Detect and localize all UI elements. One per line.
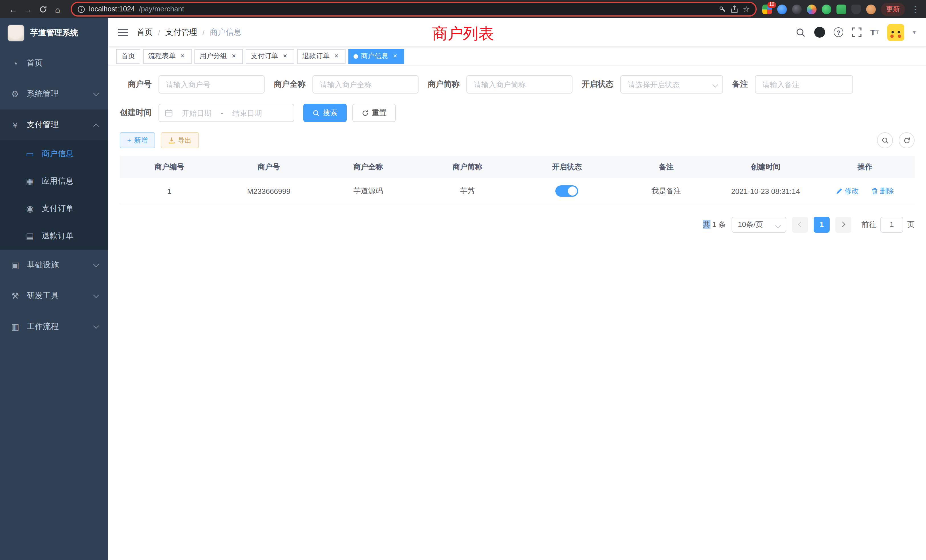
url-path: /pay/merchant [139, 5, 184, 13]
tab-home[interactable]: 首页 [117, 49, 140, 64]
tab-user-group[interactable]: 用户分组 × [194, 49, 243, 64]
extension-grid-icon[interactable] [763, 4, 772, 14]
sidebar-item-label: 应用信息 [42, 176, 98, 186]
user-avatar[interactable] [887, 24, 904, 41]
toolbox-icon: ⚒ [10, 291, 20, 301]
info-icon[interactable] [77, 5, 85, 13]
date-start-input[interactable] [175, 109, 218, 117]
col-short-name: 商户简称 [418, 156, 517, 178]
filter-status: 开启状态 [582, 75, 723, 94]
export-button-label: 导出 [178, 135, 192, 145]
sidebar-toggle-button[interactable] [108, 18, 137, 47]
export-button[interactable]: 导出 [161, 132, 199, 148]
sidebar-item-app-info[interactable]: ▦ 应用信息 [0, 168, 108, 195]
extension-pin-icon[interactable] [851, 4, 861, 14]
sidebar-item-merchant-info[interactable]: ▭ 商户信息 [0, 140, 108, 168]
total-count: 1 [712, 220, 716, 229]
remark-input[interactable] [755, 75, 853, 94]
date-end-input[interactable] [225, 109, 269, 117]
prev-page-button[interactable] [792, 216, 808, 232]
filter-create-time: 创建时间 - [120, 104, 294, 122]
filter-label: 创建时间 [120, 108, 159, 118]
bookmark-star-icon[interactable]: ☆ [743, 5, 750, 14]
chevron-down-icon [93, 262, 99, 267]
search-button[interactable]: 搜索 [303, 104, 346, 122]
status-toggle[interactable] [555, 186, 578, 197]
github-icon[interactable] [814, 27, 825, 38]
plus-icon: + [127, 136, 131, 144]
sidebar-item-refund-order[interactable]: ▤ 退款订单 [0, 222, 108, 250]
navbar-actions: ? TT ▾ [796, 24, 926, 41]
refresh-table-button[interactable] [899, 132, 915, 148]
tab-refund-order[interactable]: 退款订单 × [297, 49, 345, 64]
key-icon[interactable] [719, 5, 727, 13]
sidebar-item-label: 支付订单 [42, 204, 98, 214]
merchant-no-input[interactable] [159, 75, 265, 94]
fullscreen-icon[interactable] [852, 27, 862, 37]
page-1-button[interactable]: 1 [814, 216, 830, 232]
page-size-select[interactable]: 10条/页 [732, 216, 786, 232]
status-select[interactable] [620, 75, 723, 94]
extension-blue-icon[interactable] [777, 4, 787, 14]
extension-dark-icon[interactable] [792, 4, 802, 14]
reset-button[interactable]: 重置 [353, 104, 396, 122]
share-icon[interactable] [731, 5, 739, 13]
col-remark: 备注 [617, 156, 716, 178]
tab-close-icon[interactable]: × [179, 52, 186, 60]
extension-green-square-icon[interactable] [837, 4, 846, 14]
sidebar-item-system[interactable]: ⚙ 系统管理 [0, 79, 108, 109]
extension-green-circle-icon[interactable] [822, 4, 831, 14]
font-size-icon[interactable]: TT [870, 27, 879, 37]
status-select-input[interactable] [620, 75, 723, 94]
next-page-button[interactable] [835, 216, 851, 232]
toggle-search-button[interactable] [877, 132, 893, 148]
browser-menu-kebab-icon[interactable]: ⋮ [910, 5, 920, 14]
tab-close-icon[interactable]: × [391, 52, 399, 60]
sidebar-item-label: 支付管理 [27, 120, 94, 130]
short-name-input[interactable] [466, 75, 572, 94]
tab-label: 流程表单 [148, 51, 176, 61]
tab-close-icon[interactable]: × [333, 52, 340, 60]
yen-icon: ¥ [10, 120, 20, 130]
sidebar-item-label: 基础设施 [27, 260, 94, 270]
forward-button[interactable]: → [21, 2, 35, 17]
tab-merchant-info[interactable]: 商户信息 × [348, 49, 404, 64]
sidebar-logo[interactable]: 芋道管理系统 [0, 18, 108, 48]
col-status: 开启状态 [517, 156, 617, 178]
goto-page-input[interactable] [881, 216, 903, 232]
credit-card-icon: ▭ [25, 149, 35, 159]
tab-process-form[interactable]: 流程表单 × [143, 49, 192, 64]
reload-button[interactable] [35, 2, 50, 17]
browser-update-button[interactable]: 更新 [881, 3, 905, 16]
breadcrumb-home[interactable]: 首页 [137, 27, 153, 37]
tab-label: 用户分组 [200, 51, 227, 61]
sidebar-item-payment[interactable]: ¥ 支付管理 [0, 109, 108, 140]
address-bar[interactable]: localhost:1024 /pay/merchant ☆ [71, 2, 757, 17]
extension-colorful-icon[interactable] [807, 4, 817, 14]
edit-link[interactable]: 修改 [836, 186, 859, 196]
full-name-input[interactable] [312, 75, 419, 94]
browser-profile-avatar[interactable] [866, 4, 876, 14]
tab-close-icon[interactable]: × [281, 52, 289, 60]
browser-chrome: ← → ⌂ localhost:1024 /pay/merchant ☆ [0, 0, 926, 18]
add-button[interactable]: + 新增 [120, 132, 155, 148]
sidebar-item-workflow[interactable]: ▥ 工作流程 [0, 311, 108, 342]
reload-icon [38, 5, 47, 14]
sidebar-item-devtools[interactable]: ⚒ 研发工具 [0, 281, 108, 311]
tab-close-icon[interactable]: × [230, 52, 238, 60]
tab-label: 商户信息 [361, 51, 388, 61]
home-button[interactable]: ⌂ [50, 2, 65, 17]
help-icon[interactable]: ? [834, 27, 844, 37]
chevron-down-icon [775, 222, 781, 228]
sidebar-item-home[interactable]: ◔ 首页 [0, 48, 108, 79]
search-icon[interactable] [796, 27, 806, 37]
sidebar-item-pay-order[interactable]: ◉ 支付订单 [0, 195, 108, 222]
chevron-down-icon [93, 323, 99, 329]
date-range-picker[interactable]: - [159, 104, 294, 122]
breadcrumb-payment[interactable]: 支付管理 [165, 27, 197, 37]
delete-link[interactable]: 删除 [871, 186, 894, 196]
sidebar-item-infrastructure[interactable]: ▣ 基础设施 [0, 250, 108, 281]
caret-down-icon[interactable]: ▾ [913, 29, 916, 35]
tab-pay-order[interactable]: 支付订单 × [246, 49, 294, 64]
back-button[interactable]: ← [6, 2, 21, 17]
